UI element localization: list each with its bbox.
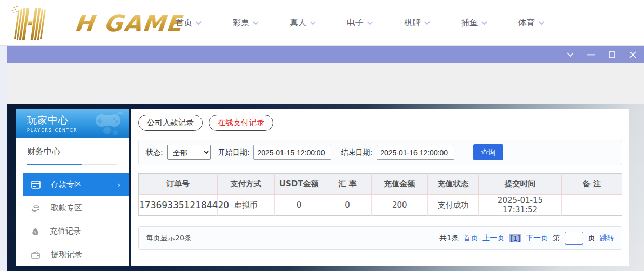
money-bag-icon: ¥: [31, 227, 39, 236]
chevron-down-icon: [253, 19, 259, 25]
start-date-label: 开始日期:: [218, 148, 250, 157]
logo-text: H GAME: [73, 10, 184, 36]
sidebar-item-label: 存款专区: [51, 180, 82, 189]
pagination-controls: 共1条 首页 上一页 [1] 下一页 第 页 跳转: [439, 232, 614, 245]
cell-usdt-amount: 0: [274, 195, 324, 216]
deposit-card-icon: [31, 181, 41, 189]
sidebar: 玩家中心 PLAYERS CENTER 财务中心: [16, 109, 129, 266]
tabs-row: 公司入款记录 在线支付记录: [138, 115, 622, 131]
chevron-down-icon: [539, 19, 544, 25]
nav-item-sports[interactable]: 体育: [518, 18, 543, 29]
sidebar-item-withdraw[interactable]: 取款专区: [16, 196, 129, 220]
cell-recharge-status: 支付成功: [427, 195, 479, 216]
records-table: 订单号 支付方式 USDT金额 汇 率 充值金额 充值状态 提交时间 备 注 1…: [138, 173, 622, 216]
table-header-row: 订单号 支付方式 USDT金额 汇 率 充值金额 充值状态 提交时间 备 注: [139, 174, 622, 195]
section-underline: [27, 164, 117, 165]
page-size-text: 每页显示20条: [146, 234, 192, 243]
filter-bar: 状态: 全部 开始日期: 结束日期: 查询: [138, 140, 622, 165]
sidebar-item-recharge-records[interactable]: ¥ 充值记录: [16, 220, 129, 243]
nav-label: 首页: [176, 18, 192, 29]
chevron-right-icon: ›: [117, 181, 120, 189]
sidebar-item-label: 充值记录: [50, 226, 81, 236]
cell-remark: [561, 195, 622, 216]
cell-exchange-rate: 0: [324, 195, 371, 216]
maximize-icon: [609, 51, 615, 58]
main-panel: 公司入款记录 在线支付记录 状态: 全部 开始日期: 结束日期: 查询 订单号 …: [131, 109, 629, 266]
nav-item-live[interactable]: 真人: [290, 18, 314, 29]
close-icon: [629, 51, 636, 58]
sidebar-menu: 存款专区 › 取款专区 ¥ 充值记录 提现记录: [16, 173, 129, 271]
window-titlebar: [7, 46, 644, 63]
total-count-text: 共1条: [439, 234, 459, 243]
minimize-icon: [587, 54, 595, 56]
nav-label: 真人: [290, 18, 306, 29]
sidebar-item-label: 取款专区: [51, 203, 82, 213]
tab-online-payment-records[interactable]: 在线支付记录: [209, 115, 273, 131]
first-page-link[interactable]: 首页: [463, 234, 478, 243]
sidebar-header: 玩家中心 PLAYERS CENTER: [16, 109, 129, 138]
main-nav: 首页 彩票 真人 电子 棋牌 捕鱼 体育: [176, 0, 543, 46]
end-date-label: 结束日期:: [341, 148, 372, 157]
tab-company-deposit-records[interactable]: 公司入款记录: [138, 115, 203, 131]
sidebar-item-label: 提现记录: [51, 250, 82, 260]
col-recharge-status: 充值状态: [427, 174, 479, 195]
sidebar-item-deposit[interactable]: 存款专区 ›: [23, 173, 129, 196]
sidebar-item-withdrawal-records[interactable]: 提现记录: [16, 243, 129, 266]
nav-item-home[interactable]: 首页: [176, 18, 200, 29]
pagination-bar: 每页显示20条 共1条 首页 上一页 [1] 下一页 第 页 跳转: [138, 226, 622, 250]
sidebar-section-label: 财务中心: [27, 146, 129, 157]
nav-item-lottery[interactable]: 彩票: [233, 18, 257, 29]
nav-item-slots[interactable]: 电子: [347, 18, 371, 29]
col-submit-time: 提交时间: [479, 174, 561, 195]
window-maximize-button[interactable]: [605, 48, 619, 61]
chevron-down-icon: [196, 19, 202, 25]
col-exchange-rate: 汇 率: [324, 174, 371, 195]
nav-label: 棋牌: [404, 18, 421, 29]
logo-stripes-icon: [9, 6, 72, 40]
jump-button[interactable]: 跳转: [600, 234, 614, 243]
sidebar-section: 财务中心: [16, 138, 129, 170]
window-close-button[interactable]: [625, 48, 640, 61]
current-page-indicator: [1]: [509, 234, 521, 242]
nav-item-fishing[interactable]: 捕鱼: [461, 18, 486, 29]
chevron-down-icon: [567, 52, 574, 57]
page-left-margin: [0, 46, 7, 271]
search-button[interactable]: 查询: [473, 144, 503, 160]
logo[interactable]: H GAME: [9, 4, 183, 42]
chevron-down-icon: [481, 19, 487, 25]
status-select[interactable]: 全部: [167, 145, 211, 160]
cell-order-number: 1736933512184420: [139, 195, 218, 216]
cell-submit-time: 2025-01-15 17:31:52: [479, 195, 561, 216]
start-date-input[interactable]: [253, 145, 331, 160]
nav-item-cards[interactable]: 棋牌: [404, 18, 428, 29]
chevron-down-icon: [424, 19, 430, 25]
nav-label: 彩票: [233, 18, 249, 29]
nav-label: 体育: [518, 18, 535, 29]
wallet-icon: [31, 251, 41, 259]
jump-prefix-text: 第: [553, 234, 560, 243]
nav-label: 捕鱼: [461, 18, 478, 29]
chevron-down-icon: [367, 19, 373, 25]
col-order-number: 订单号: [139, 174, 218, 195]
chevron-down-icon: [310, 19, 316, 25]
col-usdt-amount: USDT金额: [274, 174, 324, 195]
nav-label: 电子: [347, 18, 364, 29]
svg-text:¥: ¥: [34, 231, 37, 235]
gamepad-icon: [91, 112, 125, 136]
status-label: 状态:: [146, 148, 163, 157]
col-remark: 备 注: [561, 174, 622, 195]
table-row: 1736933512184420 虚拟币 0 0 200 支付成功 2025-0…: [139, 195, 622, 216]
withdraw-hand-icon: [31, 204, 41, 212]
window-dropdown-button[interactable]: [563, 48, 578, 61]
jump-page-input[interactable]: [565, 232, 583, 245]
col-payment-method: 支付方式: [217, 174, 274, 195]
prev-page-link[interactable]: 上一页: [482, 234, 504, 243]
next-page-link[interactable]: 下一页: [526, 234, 548, 243]
sidebar-item-fund-records[interactable]: 资金记录: [16, 266, 129, 271]
site-header: H GAME 首页 彩票 真人 电子 棋牌 捕鱼 体育: [0, 0, 644, 46]
end-date-input[interactable]: [377, 145, 454, 160]
cell-recharge-amount: 200: [371, 195, 427, 216]
jump-suffix-text: 页: [588, 234, 595, 243]
window-minimize-button[interactable]: [584, 48, 598, 61]
col-recharge-amount: 充值金额: [371, 174, 427, 195]
